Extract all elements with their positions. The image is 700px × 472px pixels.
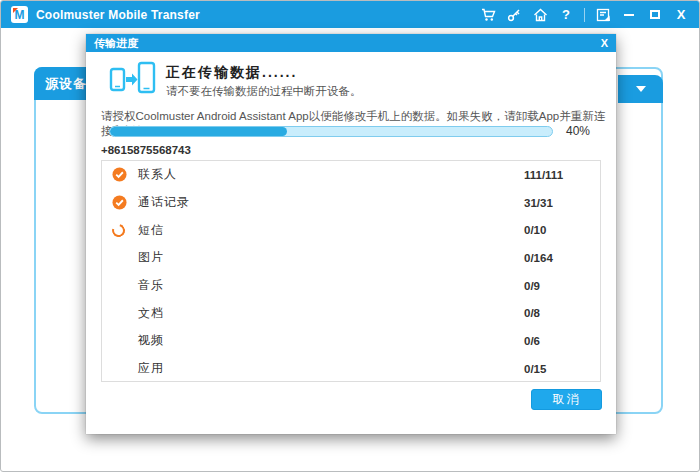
help-icon[interactable]: ?	[558, 6, 574, 24]
titlebar: M Coolmuster Mobile Transfer	[1, 1, 699, 28]
device-dropdown-button[interactable]	[618, 75, 663, 103]
app-window: M Coolmuster Mobile Transfer	[0, 0, 700, 472]
home-icon[interactable]	[532, 6, 548, 24]
maximize-button[interactable]	[647, 6, 663, 24]
transfer-item-count: 0/15	[524, 363, 546, 375]
transfer-item-row: 短信 0/10	[102, 216, 600, 244]
transfer-progress-dialog: 传输进度 X 正在传输数据...... 请不要在传输数据的过程中断开设备。 请授…	[86, 34, 616, 434]
cancel-button[interactable]: 取消	[531, 389, 602, 410]
titlebar-buttons: ? X	[480, 1, 689, 28]
transfer-warning-text: 请不要在传输数据的过程中断开设备。	[166, 84, 362, 99]
transfer-item-label: 文档	[138, 305, 164, 322]
phone-transfer-icon	[108, 58, 156, 102]
transfer-item-count: 0/6	[524, 335, 540, 347]
transfer-item-label: 视频	[138, 332, 164, 349]
transfer-item-count: 0/164	[524, 252, 553, 264]
progress-bar	[109, 126, 553, 137]
status-icon-slot	[112, 167, 138, 182]
dialog-close-button[interactable]: X	[601, 38, 608, 49]
titlebar-separator	[584, 8, 585, 22]
progress-percent-label: 40%	[566, 124, 590, 138]
transfer-status-heading: 正在传输数据......	[166, 64, 297, 82]
app-title: Coolmuster Mobile Transfer	[36, 8, 200, 22]
dialog-title: 传输进度	[94, 36, 138, 51]
device-phone-number: +8615875568743	[101, 144, 191, 156]
feedback-icon[interactable]	[595, 6, 611, 24]
minimize-button[interactable]	[621, 6, 637, 24]
transfer-item-label: 联系人	[138, 166, 177, 183]
transfer-item-label: 短信	[138, 222, 164, 239]
transfer-item-label: 通话记录	[138, 194, 190, 211]
status-icon-slot	[112, 224, 138, 237]
progress-bar-fill	[110, 127, 287, 136]
chevron-down-icon	[636, 86, 646, 92]
close-button[interactable]: X	[673, 6, 689, 24]
transfer-item-count: 0/9	[524, 280, 540, 292]
transfer-items-list: 联系人 111/111 通话记录 31/31 短信 0/10 图片 0/164 …	[101, 160, 601, 382]
status-icon-slot	[112, 195, 138, 210]
transfer-item-row: 联系人 111/111	[102, 161, 600, 189]
spinner-icon	[110, 221, 128, 239]
transfer-item-count: 0/10	[524, 224, 546, 236]
transfer-item-row: 音乐 0/9	[102, 272, 600, 300]
transfer-item-label: 图片	[138, 249, 164, 266]
transfer-item-row: 文档 0/8	[102, 299, 600, 327]
app-logo: M	[11, 6, 28, 23]
transfer-item-label: 应用	[138, 360, 164, 377]
transfer-item-row: 图片 0/164	[102, 244, 600, 272]
transfer-item-row: 通话记录 31/31	[102, 189, 600, 217]
cart-icon[interactable]	[480, 6, 496, 24]
transfer-item-count: 111/111	[524, 169, 563, 181]
check-icon	[112, 167, 127, 182]
logo-accent	[13, 8, 18, 13]
transfer-item-count: 0/8	[524, 307, 540, 319]
transfer-item-row: 视频 0/6	[102, 327, 600, 355]
check-icon	[112, 195, 127, 210]
key-icon[interactable]	[506, 6, 522, 24]
transfer-item-row: 应用 0/15	[102, 355, 600, 382]
dialog-header: 传输进度 X	[86, 34, 616, 52]
transfer-item-count: 31/31	[524, 197, 553, 209]
dialog-body: 正在传输数据...... 请不要在传输数据的过程中断开设备。 请授权Coolmu…	[86, 52, 616, 434]
transfer-item-label: 音乐	[138, 277, 164, 294]
